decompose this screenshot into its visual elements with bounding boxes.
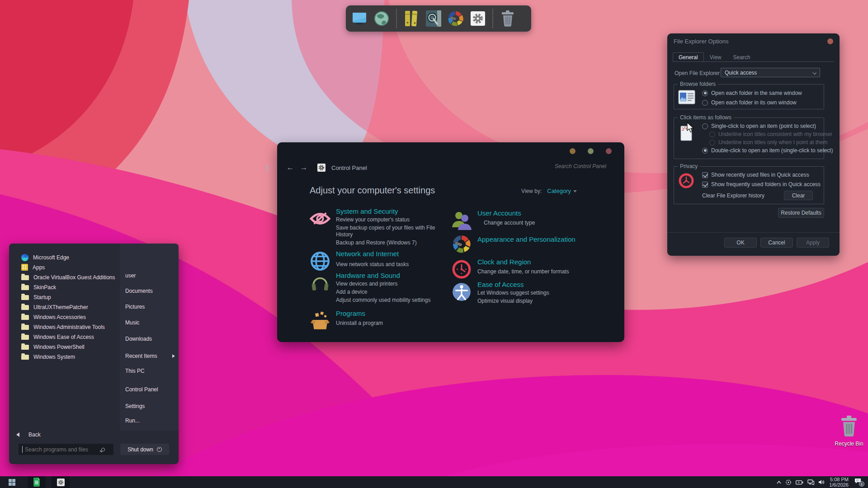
start-item-folder[interactable]: Startup — [21, 293, 51, 301]
category-title[interactable]: Programs — [336, 310, 445, 317]
volume-icon[interactable] — [818, 479, 825, 485]
category-link[interactable]: Backup and Restore (Windows 7) — [336, 239, 443, 246]
library-binders-icon[interactable] — [402, 9, 420, 28]
search-icon — [101, 448, 105, 451]
start-item-music[interactable]: Music — [125, 319, 139, 326]
tab-search[interactable]: Search — [727, 52, 756, 61]
category-link[interactable]: View devices and printers — [336, 281, 443, 287]
checkbox-recent-files[interactable]: Show recently used files in Quick access — [702, 172, 809, 178]
close-icon[interactable] — [606, 148, 612, 154]
category-title[interactable]: Hardware and Sound — [336, 272, 445, 279]
recorder-icon[interactable] — [785, 479, 792, 485]
start-item-downloads[interactable]: Downloads — [125, 335, 152, 343]
category-title[interactable]: User Accounts — [477, 209, 587, 217]
minimize-icon[interactable] — [570, 148, 576, 154]
start-item-settings[interactable]: Settings — [125, 402, 145, 410]
start-item-documents[interactable]: Documents — [125, 287, 153, 295]
apply-button[interactable]: Apply — [797, 238, 829, 248]
shutdown-button[interactable]: Shut down — [120, 444, 169, 455]
restore-defaults-button[interactable]: Restore Defaults — [778, 208, 824, 218]
category-title[interactable]: System and Security — [336, 207, 445, 215]
tab-general[interactable]: General — [673, 52, 704, 61]
radio-own-window[interactable]: Open each folder in its own window — [702, 99, 797, 106]
clear-button[interactable]: Clear — [784, 191, 813, 200]
taskbar-clock[interactable]: 5:08 PM 1/6/2026 — [829, 477, 849, 488]
browse-folders-group: Browse folders Open each folder in the s… — [674, 84, 824, 109]
category-link[interactable]: Add a device — [336, 289, 443, 296]
category-link[interactable]: Adjust commonly used mobility settings — [336, 297, 443, 304]
category-title[interactable]: Clock and Region — [477, 258, 587, 266]
disk-search-icon[interactable] — [425, 9, 443, 28]
open-to-dropdown[interactable]: Quick access — [721, 68, 820, 77]
category-title[interactable]: Ease of Access — [477, 281, 587, 288]
start-item-control-panel[interactable]: Control Panel — [125, 385, 158, 393]
battery-icon[interactable] — [796, 480, 803, 485]
taskbar-app-sheets[interactable] — [28, 476, 46, 488]
start-item-recent-items[interactable]: Recent Items — [125, 352, 175, 360]
display-icon[interactable] — [350, 9, 368, 28]
recycle-bin[interactable]: Recycle Bin — [833, 415, 865, 447]
folder-icon — [21, 335, 29, 340]
start-button[interactable] — [3, 476, 21, 488]
maximize-icon[interactable] — [588, 148, 594, 154]
ok-button[interactable]: OK — [724, 238, 757, 248]
category-link[interactable]: Uninstall a program — [336, 320, 443, 327]
folder-icon — [21, 315, 29, 320]
settings-gear-icon[interactable] — [469, 9, 487, 28]
tray-expand-icon[interactable] — [777, 481, 781, 484]
category-link[interactable]: Change account type — [484, 220, 591, 226]
category-ease-access: Ease of Access Let Windows suggest setti… — [451, 281, 587, 305]
search-icon[interactable] — [267, 164, 268, 173]
control-panel-search-input[interactable] — [529, 163, 606, 169]
color-wheel-icon[interactable] — [447, 9, 465, 28]
trash-icon[interactable] — [499, 9, 517, 28]
cancel-button[interactable]: Cancel — [760, 238, 793, 248]
start-item-pictures[interactable]: Pictures — [125, 303, 145, 310]
taskbar-app-settings[interactable] — [52, 476, 70, 488]
category-link[interactable]: Change date, time, or number formats — [477, 268, 585, 275]
category-title[interactable]: Network and Internet — [336, 250, 445, 258]
back-arrow-icon[interactable]: ← — [283, 163, 297, 172]
start-item-microsoft-edge[interactable]: Microsoft Edge — [21, 253, 69, 261]
start-item-folder[interactable]: Windows Administrative Tools — [21, 323, 105, 331]
folder-icon — [21, 325, 29, 330]
view-by-control[interactable]: View by:Category — [521, 188, 577, 194]
category-link[interactable]: Save backup copies of your files with Fi… — [336, 225, 443, 238]
globe-icon[interactable] — [373, 9, 391, 28]
checkbox-frequent-folders[interactable]: Show frequently used folders in Quick ac… — [702, 181, 821, 188]
page-title: Adjust your computer's settings — [310, 185, 435, 196]
start-item-folder[interactable]: Windows System — [21, 353, 75, 361]
start-item-folder[interactable]: Windows Ease of Access — [21, 333, 94, 341]
category-programs: Programs Uninstall a program — [310, 310, 445, 327]
start-back-button[interactable]: Back — [16, 431, 41, 439]
forward-arrow-icon[interactable]: → — [297, 163, 311, 172]
network-icon[interactable] — [807, 479, 814, 485]
category-link[interactable]: View network status and tasks — [336, 261, 443, 268]
start-item-apps[interactable]: Apps — [21, 263, 45, 271]
start-search-input[interactable] — [22, 446, 97, 453]
category-title[interactable]: Appearance and Personalization — [477, 235, 587, 243]
tab-view[interactable]: View — [704, 52, 727, 61]
start-item-this-pc[interactable]: This PC — [125, 367, 145, 375]
start-item-folder[interactable]: UltraUXThemePatcher — [21, 303, 88, 311]
start-item-folder[interactable]: Oracle VirtualBox Guest Additions — [21, 273, 115, 281]
category-link[interactable]: Review your computer's status — [336, 216, 443, 223]
green-document-icon — [33, 478, 40, 487]
radio-single-click[interactable]: Single-click to open an item (point to s… — [702, 123, 816, 129]
checkbox-icon — [702, 172, 708, 178]
start-item-folder[interactable]: Windows PowerShell — [21, 343, 85, 351]
start-item-user[interactable]: user — [125, 272, 136, 279]
category-link[interactable]: Let Windows suggest settings — [477, 290, 585, 296]
radio-same-window[interactable]: Open each folder in the same window — [702, 90, 802, 96]
close-icon[interactable] — [827, 38, 833, 44]
start-item-folder[interactable]: SkinPack — [21, 283, 56, 291]
start-item-folder[interactable]: Windows Accessories — [21, 313, 86, 321]
category-system-security: System and Security Review your computer… — [310, 207, 445, 246]
edge-icon — [21, 254, 28, 261]
notification-center[interactable]: 1 — [854, 478, 864, 487]
radio-double-click[interactable]: Double-click to open an item (single-cli… — [702, 147, 833, 154]
start-search-box[interactable] — [19, 444, 113, 455]
category-link[interactable]: Optimize visual display — [477, 298, 585, 305]
start-item-run[interactable]: Run... — [125, 417, 140, 424]
clear-history-label: Clear File Explorer history — [702, 192, 764, 199]
